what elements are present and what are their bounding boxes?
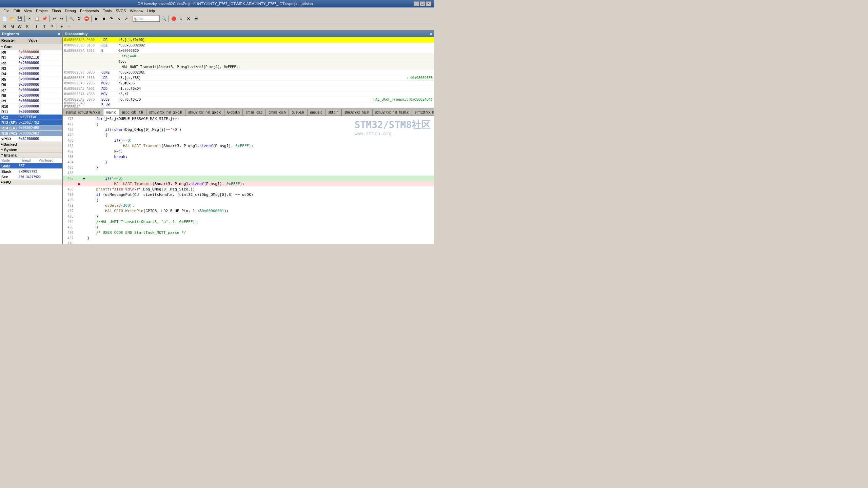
- reg-r7[interactable]: R7 0x00000000: [0, 87, 62, 93]
- tb-step-into[interactable]: ↘: [115, 15, 122, 22]
- code-line-488[interactable]: 488 printf("size %d\n\r",Dbg_QMsg[0].Msg…: [63, 186, 434, 192]
- tb-cut[interactable]: ✂: [26, 15, 33, 22]
- tab-main[interactable]: main.c: [103, 109, 119, 116]
- menu-project[interactable]: Project: [34, 8, 50, 14]
- window-controls[interactable]: _ □ ×: [414, 1, 431, 6]
- tab-queue-c[interactable]: queue.c: [307, 109, 326, 116]
- reg-r12[interactable]: R12 0xF7FFFAC: [0, 115, 62, 120]
- reg-section-fpu[interactable]: ▶ FPU: [0, 180, 62, 185]
- tab-startup[interactable]: startup_stm32f767xx.s: [63, 109, 103, 116]
- fputc-input[interactable]: fputc: [133, 16, 160, 22]
- reg-lr[interactable]: R14 (LR) 0x080024B8: [0, 125, 62, 131]
- reg-state[interactable]: State FST: [0, 163, 62, 169]
- menu-peripherals[interactable]: Peripherals: [78, 8, 101, 14]
- tb-save[interactable]: 💾: [16, 15, 23, 22]
- disasm-row-2[interactable]: 0x08002898 B158 CBZ r0,0x080028B2: [63, 43, 434, 48]
- tb-rebuild[interactable]: ⚙: [76, 15, 82, 22]
- tb-undo[interactable]: ↩: [51, 15, 58, 22]
- reg-r10[interactable]: R10 0x00000000: [0, 104, 62, 109]
- disassembly-close[interactable]: ×: [430, 32, 432, 36]
- tab-stdio-h[interactable]: stdio.h: [325, 109, 341, 116]
- reg-r8[interactable]: R8 0x00000000: [0, 93, 62, 98]
- disasm-row-8[interactable]: 0x080028A4 4663 MOV r3,r7: [63, 92, 434, 97]
- reg-r4[interactable]: R4 0x00000000: [0, 71, 62, 77]
- code-line-486[interactable]: 486: [63, 170, 434, 176]
- reg-r2[interactable]: R2 0x20000000: [0, 60, 62, 66]
- code-line-497[interactable]: 497 }: [63, 235, 434, 241]
- tab-queue-h[interactable]: queue.h: [289, 109, 307, 116]
- reg-sp[interactable]: R13 (SP) 0x20027792: [0, 120, 62, 125]
- tb-step-out[interactable]: ↗: [123, 15, 130, 22]
- tab-usbd-cdc[interactable]: usbd_cdc_if.h: [119, 109, 146, 116]
- code-line-482[interactable]: 482 k=j;: [63, 148, 434, 154]
- close-button[interactable]: ×: [426, 1, 431, 6]
- tb2-trace[interactable]: T: [41, 23, 48, 30]
- menu-help[interactable]: Help: [145, 8, 157, 14]
- tb2-memory[interactable]: M: [9, 23, 16, 30]
- reg-r5[interactable]: R5 0x000000A0: [0, 77, 62, 82]
- menu-file[interactable]: File: [1, 8, 12, 14]
- tb2-zoom-out[interactable]: −: [66, 23, 73, 30]
- minimize-button[interactable]: _: [414, 1, 419, 6]
- tb-debug-start[interactable]: ▶: [93, 15, 100, 22]
- reg-r3[interactable]: R3 0x00000000: [0, 66, 62, 71]
- tab-flash-ex[interactable]: stm32f7xx_hal_flash_ex.c: [412, 109, 434, 116]
- registers-close[interactable]: ×: [58, 32, 60, 36]
- tb-bp-kill[interactable]: ✕: [185, 15, 192, 22]
- menu-view[interactable]: View: [22, 8, 34, 14]
- reg-pc[interactable]: R15 (PC) 0x080028B2: [0, 131, 62, 136]
- tb-search[interactable]: 🔍: [160, 15, 167, 22]
- menu-tools[interactable]: Tools: [101, 8, 114, 14]
- disasm-row-1[interactable]: 0x08002896 9800 LDR r0,[sp,#0x00]: [63, 37, 434, 43]
- code-line-483[interactable]: 483 break;: [63, 154, 434, 159]
- tb2-callstack[interactable]: S: [24, 23, 31, 30]
- code-editor[interactable]: STM32/STM8社区 www.stmcu.org 476 for(j=1;j…: [63, 116, 434, 244]
- reg-sec[interactable]: Sec 866.34077920: [0, 174, 62, 180]
- reg-xpsr[interactable]: xPSR 0x61000000: [0, 136, 62, 142]
- reg-section-internal[interactable]: ▼ Internal: [0, 152, 62, 158]
- disasm-row-5[interactable]: 0x0800289E 4516 LDR r3,[pc,#88] ; $0x080…: [63, 75, 434, 81]
- reg-r1[interactable]: R1 0x20002110: [0, 55, 62, 60]
- tab-cmsis-os-h[interactable]: cmsis_os.h: [266, 109, 289, 116]
- code-line-491[interactable]: 491 osDelay(200);: [63, 203, 434, 208]
- tb2-logic[interactable]: L: [34, 23, 40, 30]
- tb2-registers[interactable]: R: [1, 23, 8, 30]
- reg-r0[interactable]: R0 0x08000000: [0, 49, 62, 55]
- tab-stm32-hal[interactable]: stm32f7xx_hal.h: [341, 109, 372, 116]
- tb-step-over[interactable]: ↷: [108, 15, 115, 22]
- tab-flash-c[interactable]: stm32f7xx_hal_flash.c: [372, 109, 412, 116]
- code-line-493[interactable]: 493 }: [63, 214, 434, 219]
- code-line-496[interactable]: 496 /* USER CODE END StartTask_MQTT_pars…: [63, 230, 434, 235]
- reg-r6[interactable]: R6 0x00000000: [0, 82, 62, 87]
- code-line-495[interactable]: 495 }: [63, 224, 434, 230]
- code-line-487a[interactable]: 487 ► if(j==0): [63, 176, 434, 181]
- code-line-498[interactable]: 498: [63, 241, 434, 244]
- tb-redo[interactable]: ↪: [58, 15, 65, 22]
- tb-paste[interactable]: 📌: [41, 15, 48, 22]
- tb2-zoom-in[interactable]: +: [58, 23, 65, 30]
- code-line-487b[interactable]: 487 ● HAL_UART_Transmit(&huart3, P_msg1,…: [63, 181, 434, 186]
- disassembly-content[interactable]: 0x08002896 9800 LDR r0,[sp,#0x00] 0x0800…: [63, 37, 434, 108]
- reg-stack[interactable]: Stack 0x20027792: [0, 169, 62, 174]
- maximize-button[interactable]: □: [420, 1, 425, 6]
- code-line-484[interactable]: 484 }: [63, 159, 434, 165]
- code-line-490[interactable]: 490 {: [63, 197, 434, 203]
- disasm-row-10[interactable]: 0x080028A8 F7FFFDAC BL.W: [63, 102, 434, 108]
- tb-copy[interactable]: 📋: [34, 15, 40, 22]
- menu-svcs[interactable]: SVCS: [114, 8, 128, 14]
- menu-flash[interactable]: Flash: [50, 8, 63, 14]
- disasm-row-7[interactable]: 0x080028A2 A901 ADD r1,sp,#0x04: [63, 86, 434, 92]
- tab-cmsis-os-c[interactable]: cmsis_os.c: [243, 109, 265, 116]
- reg-r11[interactable]: R11 0x00000000: [0, 109, 62, 115]
- tb-breakpoint[interactable]: 🔴: [170, 15, 177, 22]
- code-line-480[interactable]: 480 if(j==0): [63, 138, 434, 143]
- tb-new[interactable]: 📄: [1, 15, 8, 22]
- code-line-481[interactable]: 481 HAL_UART_Transmit(&huart3, P_msg1,si…: [63, 143, 434, 148]
- code-line-489[interactable]: 489 if (osMessagePut(Qd--sizeitsHandle, …: [63, 192, 434, 197]
- menu-edit[interactable]: Edit: [12, 8, 22, 14]
- reg-section-system[interactable]: ▼ System: [0, 147, 62, 152]
- tab-hal-gpio-c[interactable]: stm32f7xx_hal_gpio.c: [185, 109, 224, 116]
- code-line-485[interactable]: 485 }: [63, 165, 434, 170]
- tb-bp-list[interactable]: ☰: [193, 15, 199, 22]
- tb-build[interactable]: 🔨: [68, 15, 75, 22]
